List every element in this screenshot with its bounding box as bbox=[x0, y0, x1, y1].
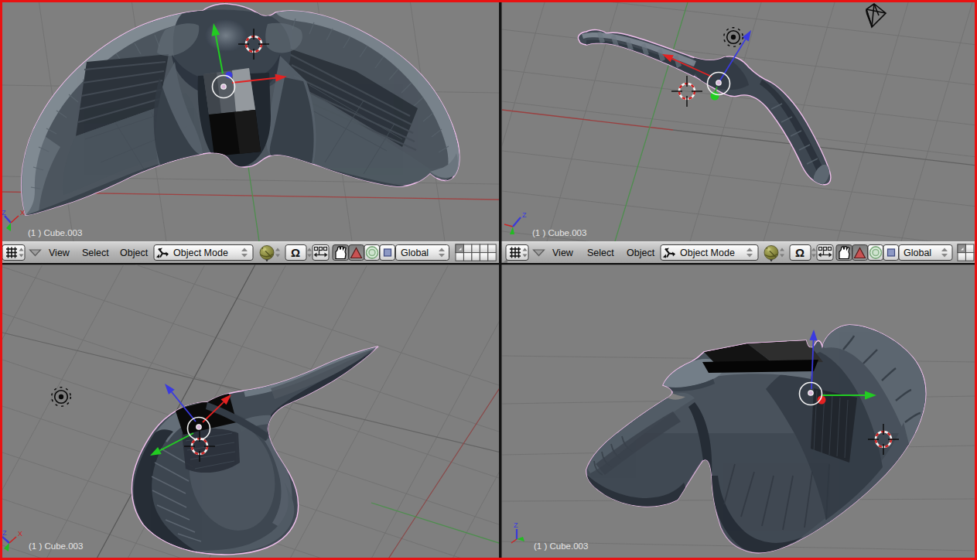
svg-text:(1 ) Cube.003: (1 ) Cube.003 bbox=[532, 228, 586, 237]
svg-text:Select: Select bbox=[587, 248, 614, 258]
svg-text:(1 ) Cube.003: (1 ) Cube.003 bbox=[534, 541, 588, 551]
svg-text:Global: Global bbox=[401, 248, 429, 258]
svg-text:Object: Object bbox=[120, 248, 149, 258]
svg-text:Ω: Ω bbox=[795, 246, 804, 259]
svg-text:X: X bbox=[20, 209, 25, 217]
svg-text:(1 ) Cube.003: (1 ) Cube.003 bbox=[29, 541, 83, 551]
svg-text:Object Mode: Object Mode bbox=[680, 248, 735, 258]
svg-text:Object Mode: Object Mode bbox=[173, 248, 228, 258]
svg-text:Z: Z bbox=[514, 521, 518, 529]
svg-text:(1 ) Cube.003: (1 ) Cube.003 bbox=[28, 228, 82, 237]
svg-text:View: View bbox=[552, 248, 574, 258]
svg-text:Ω: Ω bbox=[291, 246, 300, 259]
svg-text:Z: Z bbox=[522, 211, 527, 219]
svg-text:X: X bbox=[18, 530, 22, 538]
svg-text:View: View bbox=[49, 248, 70, 258]
svg-text:Select: Select bbox=[82, 248, 109, 258]
svg-text:Object: Object bbox=[627, 248, 655, 258]
svg-text:Global: Global bbox=[904, 248, 931, 258]
svg-text:Z: Z bbox=[2, 529, 7, 537]
